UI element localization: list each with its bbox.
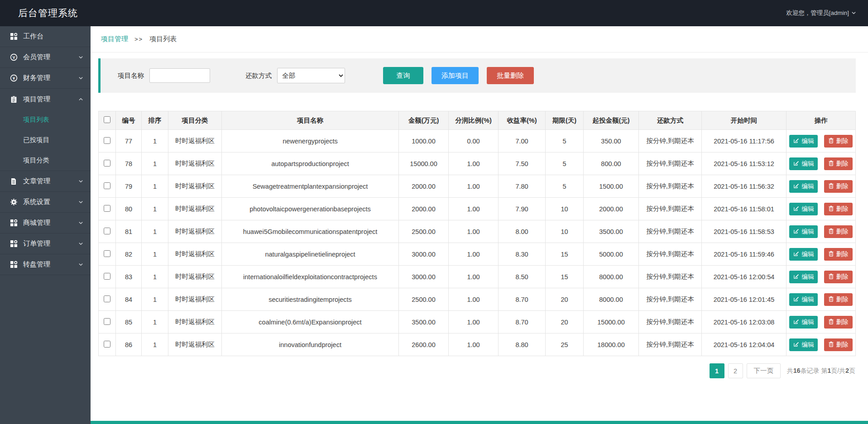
edit-button-label: 编辑 <box>801 295 814 304</box>
edit-button-label: 编辑 <box>801 341 814 349</box>
finance-icon: ¥ <box>10 74 18 82</box>
cell-share: 1.00 <box>449 266 499 288</box>
delete-button[interactable]: 删除 <box>824 248 853 261</box>
next-page-button[interactable]: 下一页 <box>747 363 781 378</box>
page-button-1[interactable]: 1 <box>710 363 724 378</box>
pagination-summary: 共16条记录 第1页/共2页 <box>787 367 855 375</box>
cell-start-time: 2021-05-16 12:04:04 <box>702 333 786 356</box>
edit-button[interactable]: 编辑 <box>789 180 818 193</box>
cell-days: 5 <box>546 175 584 198</box>
table-row: 83 1 时时返福利区 internationaloilfieldexploit… <box>99 266 856 288</box>
row-checkbox[interactable] <box>104 205 110 212</box>
cell-repay: 按分钟,到期还本 <box>639 288 702 311</box>
cell-category: 时时返福利区 <box>168 152 222 175</box>
header-min-invest: 起投金额(元) <box>584 111 639 130</box>
delete-button[interactable]: 删除 <box>824 203 853 215</box>
repay-method-select[interactable]: 全部 <box>277 68 345 83</box>
topbar: 后台管理系统 欢迎您，管理员[admin] <box>0 0 868 26</box>
row-checkbox[interactable] <box>104 228 110 234</box>
cell-share: 1.00 <box>449 220 499 243</box>
edit-button[interactable]: 编辑 <box>789 225 818 238</box>
select-all-checkbox[interactable] <box>104 116 110 123</box>
edit-button[interactable]: 编辑 <box>789 248 818 261</box>
edit-button[interactable]: 编辑 <box>789 338 818 351</box>
trash-icon <box>828 273 834 281</box>
cell-min-invest: 2000.00 <box>584 198 639 220</box>
delete-button[interactable]: 删除 <box>824 271 853 283</box>
trash-icon <box>828 296 834 303</box>
edit-button[interactable]: 编辑 <box>789 135 818 148</box>
cell-actions: 编辑 删除 <box>786 175 856 198</box>
sidebar-item-mall[interactable]: 商城管理 <box>0 213 91 233</box>
chevron-down-icon <box>78 219 83 227</box>
edit-button-label: 编辑 <box>801 318 814 326</box>
sidebar-subitem-project-categories[interactable]: 项目分类 <box>0 150 91 171</box>
cell-start-time: 2021-05-16 11:17:56 <box>702 130 786 152</box>
cell-share: 1.00 <box>449 175 499 198</box>
cell-name: internationaloilfieldexploitationcontrac… <box>222 266 399 288</box>
cell-share: 1.00 <box>449 288 499 311</box>
row-checkbox[interactable] <box>104 318 110 325</box>
user-menu[interactable]: 欢迎您，管理员[admin] <box>786 9 856 17</box>
edit-icon <box>793 341 799 348</box>
cell-sort: 1 <box>142 243 168 266</box>
cell-rate: 8.70 <box>499 311 546 333</box>
cell-rate: 8.80 <box>499 333 546 356</box>
row-checkbox[interactable] <box>104 341 110 348</box>
cell-id: 86 <box>116 333 142 356</box>
sidebar-item-workbench[interactable]: 工作台 <box>0 26 91 47</box>
edit-button[interactable]: 编辑 <box>789 271 818 283</box>
edit-button[interactable]: 编辑 <box>789 203 818 215</box>
sidebar-item-members[interactable]: V 会员管理 <box>0 47 91 68</box>
cell-start-time: 2021-05-16 11:58:53 <box>702 220 786 243</box>
cell-actions: 编辑 删除 <box>786 243 856 266</box>
delete-button[interactable]: 删除 <box>824 135 853 148</box>
edit-button[interactable]: 编辑 <box>789 316 818 329</box>
delete-button[interactable]: 删除 <box>824 293 853 306</box>
sidebar-subitem-project-list[interactable]: 项目列表 <box>0 110 91 130</box>
project-name-label: 项目名称 <box>118 71 144 80</box>
table-row: 86 1 时时返福利区 innovationfundproject 2600.0… <box>99 333 856 356</box>
breadcrumb-section[interactable]: 项目管理 <box>101 35 128 43</box>
project-name-input[interactable] <box>149 68 210 83</box>
clipboard-icon <box>10 95 18 103</box>
row-checkbox[interactable] <box>104 250 110 257</box>
cell-min-invest: 15000.00 <box>584 311 639 333</box>
main-content: 项目管理 >> 项目列表 项目名称 还款方式 全部 查询 添加项目 批量删除 <box>91 26 868 424</box>
delete-button[interactable]: 删除 <box>824 180 853 193</box>
sidebar-item-wheel[interactable]: 转盘管理 <box>0 254 91 275</box>
search-button[interactable]: 查询 <box>383 67 423 84</box>
delete-button[interactable]: 删除 <box>824 316 853 329</box>
sidebar-item-finance[interactable]: ¥ 财务管理 <box>0 68 91 89</box>
row-checkbox[interactable] <box>104 273 110 280</box>
edit-button[interactable]: 编辑 <box>789 157 818 170</box>
sidebar-subitem-invested-projects[interactable]: 已投项目 <box>0 130 91 150</box>
row-checkbox[interactable] <box>104 160 110 167</box>
edit-icon <box>793 319 799 326</box>
trash-icon <box>828 183 834 190</box>
sidebar-item-articles[interactable]: 文章管理 <box>0 171 91 192</box>
edit-icon <box>793 183 799 190</box>
row-checkbox[interactable] <box>104 295 110 302</box>
delete-button[interactable]: 删除 <box>824 225 853 238</box>
edit-button[interactable]: 编辑 <box>789 293 818 306</box>
delete-button[interactable]: 删除 <box>824 338 853 351</box>
cell-name: autopartsproductionproject <box>222 152 399 175</box>
bulk-delete-button[interactable]: 批量删除 <box>487 67 534 84</box>
cell-id: 78 <box>116 152 142 175</box>
cell-days: 5 <box>546 130 584 152</box>
delete-button-label: 删除 <box>836 205 849 213</box>
add-project-button[interactable]: 添加项目 <box>432 67 479 84</box>
cell-sort: 1 <box>142 198 168 220</box>
sidebar-item-settings[interactable]: 系统设置 <box>0 192 91 213</box>
delete-button[interactable]: 删除 <box>824 157 853 170</box>
edit-icon <box>793 138 799 145</box>
row-checkbox[interactable] <box>104 137 110 144</box>
delete-button-label: 删除 <box>836 318 849 326</box>
summary-text: 页 <box>849 367 855 374</box>
row-checkbox[interactable] <box>104 182 110 189</box>
sidebar-item-orders[interactable]: 订单管理 <box>0 233 91 254</box>
footer-accent-strip <box>91 421 868 424</box>
page-button-2[interactable]: 2 <box>728 363 743 378</box>
sidebar-item-projects[interactable]: 项目管理 <box>0 89 91 110</box>
